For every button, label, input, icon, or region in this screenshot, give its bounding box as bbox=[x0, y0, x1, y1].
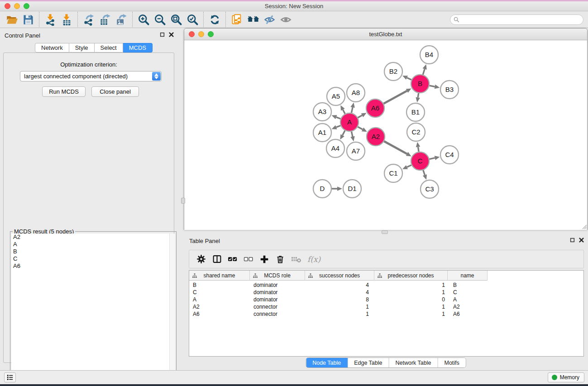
column-header-predecessor-nodes[interactable]: predecessor nodes bbox=[374, 271, 448, 281]
graph-node-C4[interactable]: C4 bbox=[440, 146, 459, 164]
network-close-button[interactable] bbox=[189, 31, 195, 37]
graph-node-A6[interactable]: A6 bbox=[366, 99, 384, 117]
import-table-button[interactable] bbox=[58, 12, 75, 27]
graph-node-B1[interactable]: B1 bbox=[406, 103, 425, 121]
node-table[interactable]: shared nameMCDS rolesuccessor nodesprede… bbox=[189, 270, 584, 357]
graph-node-C2[interactable]: C2 bbox=[407, 123, 425, 141]
task-history-button[interactable] bbox=[4, 372, 16, 382]
table-cell[interactable]: 4 bbox=[305, 281, 374, 289]
graph-node-C[interactable]: C bbox=[411, 152, 429, 170]
delete-table-button[interactable] bbox=[290, 253, 302, 266]
close-panel-icon[interactable] bbox=[169, 32, 174, 37]
table-row[interactable]: A2connector11A2 bbox=[189, 303, 583, 310]
tab-select[interactable]: Select bbox=[95, 43, 123, 52]
close-panel-button[interactable]: Close panel bbox=[91, 86, 139, 97]
table-settings-button[interactable] bbox=[195, 253, 207, 266]
graph-node-A3[interactable]: A3 bbox=[313, 103, 331, 121]
memory-button[interactable]: Memory bbox=[548, 372, 584, 382]
mcds-result-list[interactable]: A2ABCA6 bbox=[11, 234, 175, 386]
float-panel-icon[interactable] bbox=[570, 238, 575, 243]
table-cell[interactable]: A2 bbox=[189, 303, 250, 310]
table-cell[interactable]: A bbox=[448, 296, 488, 303]
search-box[interactable] bbox=[450, 14, 583, 25]
tab-network[interactable]: Network bbox=[35, 43, 69, 52]
graph-node-B3[interactable]: B3 bbox=[440, 81, 459, 99]
table-cell[interactable]: 4 bbox=[305, 289, 374, 296]
delete-row-button[interactable] bbox=[274, 253, 287, 266]
network-zoom-button[interactable] bbox=[208, 31, 214, 37]
edge-B-B1[interactable] bbox=[418, 93, 419, 98]
table-cell[interactable]: 1 bbox=[305, 303, 374, 310]
table-cell[interactable]: B bbox=[189, 281, 250, 289]
tab-edge-table[interactable]: Edge Table bbox=[348, 358, 389, 367]
column-header-shared-name[interactable]: shared name bbox=[189, 271, 250, 281]
edge-A-A4[interactable] bbox=[343, 131, 345, 135]
import-network-button[interactable] bbox=[42, 12, 58, 27]
edge-B-B2[interactable] bbox=[407, 78, 411, 80]
result-scrollbar[interactable] bbox=[169, 234, 175, 386]
vertical-split-handle[interactable] bbox=[181, 198, 185, 204]
edge-A-A3[interactable] bbox=[336, 117, 341, 119]
column-header-mcds-role[interactable]: MCDS role bbox=[250, 271, 305, 281]
graph-node-A[interactable]: A bbox=[340, 113, 359, 131]
function-builder-button[interactable]: f(x) bbox=[306, 255, 320, 264]
zoom-selected-button[interactable] bbox=[184, 12, 201, 27]
tab-motifs[interactable]: Motifs bbox=[438, 358, 465, 367]
graph-node-B2[interactable]: B2 bbox=[384, 62, 402, 81]
table-cell[interactable]: 0 bbox=[374, 296, 448, 303]
show-selected-button[interactable] bbox=[277, 12, 294, 27]
table-row[interactable]: A6connector11A6 bbox=[189, 310, 583, 318]
tab-mcds[interactable]: MCDS bbox=[123, 43, 153, 52]
table-cell[interactable]: A6 bbox=[448, 310, 488, 318]
graph-node-A4[interactable]: A4 bbox=[326, 139, 344, 157]
zoom-fit-button[interactable] bbox=[168, 12, 184, 27]
edge-A-A5[interactable] bbox=[343, 110, 345, 114]
result-item[interactable]: B bbox=[11, 248, 175, 255]
clone-network-button[interactable] bbox=[229, 12, 245, 27]
table-cell[interactable]: dominator bbox=[250, 296, 305, 303]
graph-node-D[interactable]: D bbox=[313, 180, 331, 198]
column-header-successor-nodes[interactable]: successor nodes bbox=[305, 271, 374, 281]
graph-node-C1[interactable]: C1 bbox=[384, 164, 402, 182]
hide-selected-button[interactable] bbox=[261, 12, 277, 27]
table-cell[interactable]: connector bbox=[250, 303, 305, 310]
table-cell[interactable]: 8 bbox=[305, 296, 374, 303]
edge-A-A1[interactable] bbox=[336, 126, 341, 128]
minimize-window-button[interactable] bbox=[14, 3, 20, 9]
network-window-titlebar[interactable]: testGlobe.txt bbox=[184, 29, 587, 40]
open-session-button[interactable] bbox=[4, 12, 20, 27]
select-all-button[interactable] bbox=[226, 253, 239, 266]
graph-node-A5[interactable]: A5 bbox=[327, 87, 345, 105]
zoom-in-button[interactable] bbox=[135, 12, 152, 27]
result-item[interactable]: A bbox=[11, 241, 175, 248]
graph-node-A2[interactable]: A2 bbox=[367, 128, 385, 146]
graph-node-A7[interactable]: A7 bbox=[347, 142, 365, 160]
table-cell[interactable]: A6 bbox=[189, 310, 250, 318]
edge-A-A6[interactable] bbox=[358, 115, 362, 118]
home-button[interactable] bbox=[245, 12, 261, 27]
edge-C-C4[interactable] bbox=[430, 158, 435, 159]
save-session-button[interactable] bbox=[20, 12, 36, 27]
table-cell[interactable]: 1 bbox=[374, 281, 448, 289]
graph-node-B[interactable]: B bbox=[411, 75, 429, 93]
horizontal-split-handle[interactable] bbox=[382, 230, 388, 234]
float-panel-icon[interactable] bbox=[160, 32, 165, 37]
export-image-button[interactable] bbox=[113, 12, 129, 27]
graph-node-C3[interactable]: C3 bbox=[421, 180, 439, 198]
table-cell[interactable]: C bbox=[448, 289, 488, 296]
search-input[interactable] bbox=[459, 15, 583, 24]
result-item[interactable]: A2 bbox=[11, 234, 175, 241]
add-row-button[interactable] bbox=[258, 253, 271, 266]
edge-C-C3[interactable] bbox=[423, 170, 425, 175]
optimization-criterion-select[interactable]: largest connected component (directed) bbox=[20, 71, 162, 81]
table-cell[interactable]: 1 bbox=[374, 310, 448, 318]
edge-A-A2[interactable] bbox=[358, 127, 363, 129]
column-header-name[interactable]: name bbox=[448, 271, 488, 281]
edge-C-C2[interactable] bbox=[418, 147, 419, 152]
table-cell[interactable]: connector bbox=[250, 310, 305, 318]
graph-node-D1[interactable]: D1 bbox=[343, 180, 361, 198]
column-layout-button[interactable] bbox=[210, 253, 223, 266]
deselect-all-button[interactable] bbox=[242, 253, 255, 266]
close-window-button[interactable] bbox=[5, 3, 10, 9]
network-minimize-button[interactable] bbox=[198, 31, 204, 37]
